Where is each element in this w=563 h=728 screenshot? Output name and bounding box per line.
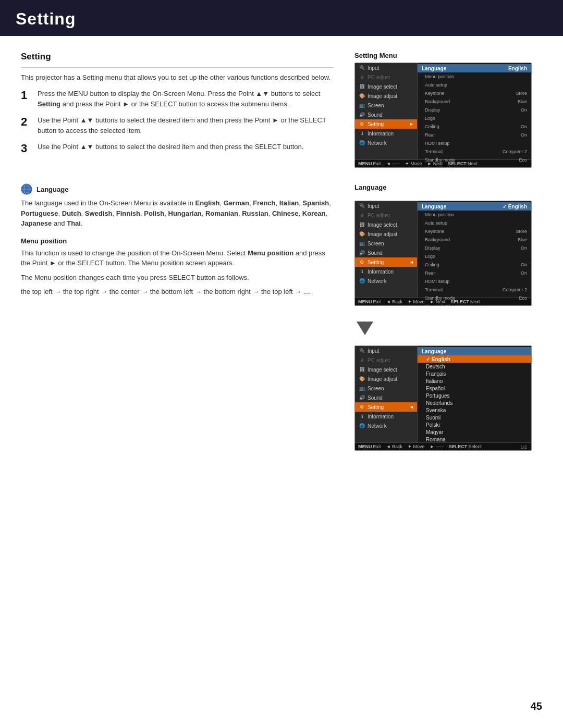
lang-option-nederlands: Nederlands <box>418 399 531 406</box>
language-select-menu-screenshot: 🔌 Input 🖥 PC adjust 🖼 Image select <box>354 346 532 451</box>
lang-sel-network: 🌐 Network <box>355 421 417 430</box>
lang-menu-imageselect: 🖼 Image select <box>355 220 417 229</box>
lang-menu-left: 🔌 Input 🖥 PC adjust 🖼 Image select <box>355 201 418 298</box>
menu-right-keystone: KeystoneStore <box>418 89 531 97</box>
lang-menu-sound: 🔊 Sound <box>355 248 417 257</box>
setting-menu-left: 🔌 Input 🖥 PC adjust 🖼 Image select <box>355 63 418 159</box>
language-label: Language <box>36 186 68 193</box>
imageselect-icon: 🖼 <box>358 83 365 90</box>
lang-footer-next: ► Next <box>430 299 445 304</box>
lang-setting-icon: ⚙ <box>358 258 365 266</box>
footer-move1: ◄ ----- <box>386 161 400 166</box>
lang-menu-screen: 📺 Screen <box>355 239 417 248</box>
lang-sel-setting: ⚙ Setting ◄ <box>355 402 417 412</box>
lang-option-romana: Romana <box>418 436 531 443</box>
menu-left-imageadjust: 🎨 Image adjust <box>355 91 417 101</box>
step-1: 1 Press the MENU button to display the O… <box>21 89 334 109</box>
menu-position-title: Menu position <box>21 237 334 245</box>
menu-left-setting: ⚙ Setting ► <box>355 119 417 129</box>
page-content: Setting This projector has a Setting men… <box>0 36 563 466</box>
lang-footer-exit: MENU Exit <box>358 299 381 304</box>
footer-next1: ► Next <box>427 161 443 166</box>
lang-sel-setting-icon: ⚙ <box>358 403 365 411</box>
lang-sel-sound: 🔊 Sound <box>355 393 417 402</box>
lang-option-polski: Polski <box>418 421 531 428</box>
menu-right-autosetup: Auto setup <box>418 81 531 89</box>
lang-pcadjust-icon: 🖥 <box>358 212 365 219</box>
step-list: 1 Press the MENU button to display the O… <box>21 89 334 155</box>
step-1-num: 1 <box>21 89 32 102</box>
lang-menu-keystone: KeystoneStore <box>418 227 531 236</box>
top-section: Setting This projector has a Setting men… <box>21 52 542 168</box>
step-3: 3 Use the Point ▲▼ buttons to select the… <box>21 142 334 155</box>
lang-option-deutsch: Deutsch <box>418 363 531 370</box>
step-3-num: 3 <box>21 142 32 155</box>
menu-left-pcadjust: 🖥 PC adjust <box>355 72 417 82</box>
sound-icon: 🔊 <box>358 111 365 118</box>
network-icon: 🌐 <box>358 139 365 146</box>
lang-select-menu-inner: 🔌 Input 🖥 PC adjust 🖼 Image select <box>355 346 531 442</box>
lang-screen-icon: 📺 <box>358 240 365 247</box>
step-3-text: Use the Point ▲▼ buttons to select the d… <box>38 142 303 152</box>
lang-sel-imageadjust: 🎨 Image adjust <box>355 374 417 384</box>
lang-option-magyar: Magyar <box>418 428 531 436</box>
lang-menu-imageadjust: 🎨 Image adjust <box>355 229 417 239</box>
lang-menu-setting: ⚙ Setting ◄ <box>355 257 417 267</box>
language-menu-title: Language <box>354 183 386 191</box>
arrow-down-indicator <box>354 318 375 337</box>
menu-left-network: 🌐 Network <box>355 138 417 147</box>
lang-sel-footer-dash: ► ----- <box>430 444 443 449</box>
lang-sel-input-icon: 🔌 <box>358 347 365 354</box>
lang-menu-rear: RearOn <box>418 269 531 277</box>
lang-select-right-header: Language <box>418 347 531 355</box>
lang-sel-footer-move: ✦ Move <box>408 444 425 449</box>
lang-footer-select: SELECT Next <box>450 299 480 304</box>
lang-menu-terminal: TerminalComputer 2 <box>418 286 531 294</box>
language-left: Language The language used in the On-Scr… <box>21 183 334 451</box>
lang-sel-footer-select: SELECT Select <box>449 444 482 449</box>
lang-menu-network: 🌐 Network <box>355 276 417 286</box>
setting-menu-title: Setting Menu <box>354 52 542 59</box>
menu-position-desc3: the top left → the top right → the cente… <box>21 287 334 297</box>
lang-option-espanol: Español <box>418 385 531 392</box>
lang-option-francais: Français <box>418 370 531 377</box>
lang-imageselect-icon: 🖼 <box>358 221 365 228</box>
pcadjust-icon: 🖥 <box>358 73 365 81</box>
section-divider <box>21 67 334 68</box>
lang-menu-hdmi: HDMI setup <box>418 277 531 286</box>
lang-menu-ceiling: CeilingOn <box>418 261 531 269</box>
lang-sel-input: 🔌 Input <box>355 346 417 355</box>
menu-left-input: 🔌 Input <box>355 63 417 72</box>
lang-menu-right-header: Language ✓ English <box>418 202 531 211</box>
lang-footer-move: ✦ Move <box>408 299 425 304</box>
menu-right-terminal: TerminalComputer 2 <box>418 147 531 156</box>
menu-right-background: BackgroundBlue <box>418 97 531 106</box>
lang-menu-logo: Logo <box>418 252 531 261</box>
setting-left-col: Setting This projector has a Setting men… <box>21 52 334 168</box>
menu-right-menuposition: Menu position <box>418 72 531 81</box>
lang-sound-icon: 🔊 <box>358 249 365 256</box>
setting-intro: This projector has a Setting menu that a… <box>21 73 334 81</box>
page-number: 45 <box>531 700 542 712</box>
lang-sel-pcadjust: 🖥 PC adjust <box>355 355 417 365</box>
language-menu-screenshot: 🔌 Input 🖥 PC adjust 🖼 Image select <box>354 201 532 306</box>
information-icon: ℹ <box>358 130 365 137</box>
screen-icon: 📺 <box>358 102 365 109</box>
lang-sel-footer-exit: MENU Exit <box>358 444 381 449</box>
menu-position-desc1: This function is used to change the posi… <box>21 248 334 268</box>
lang-sel-information-icon: ℹ <box>358 413 365 420</box>
language-right: Language 🔌 Input 🖥 PC adjust <box>354 183 542 451</box>
lang-menu-display: DisplayOn <box>418 244 531 252</box>
menu-position-desc2: The Menu position changes each time you … <box>21 273 334 283</box>
menu-right-hdmi: HDMI setup <box>418 139 531 147</box>
lang-sel-screen-icon: 📺 <box>358 385 365 392</box>
lang-menu-menuposition: Menu position <box>418 211 531 219</box>
menu-position-section: Menu position This function is used to c… <box>21 237 334 297</box>
page-header: Setting <box>0 0 563 36</box>
lang-select-menu-left: 🔌 Input 🖥 PC adjust 🖼 Image select <box>355 346 418 442</box>
lang-information-icon: ℹ <box>358 268 365 275</box>
lang-sel-imageadjust-icon: 🎨 <box>358 375 365 382</box>
menu-left-imageselect: 🖼 Image select <box>355 82 417 91</box>
lang-option-english: ✓ English <box>418 355 531 363</box>
setting-right-col: Setting Menu 🔌 Input 🖥 PC adjust <box>354 52 542 168</box>
